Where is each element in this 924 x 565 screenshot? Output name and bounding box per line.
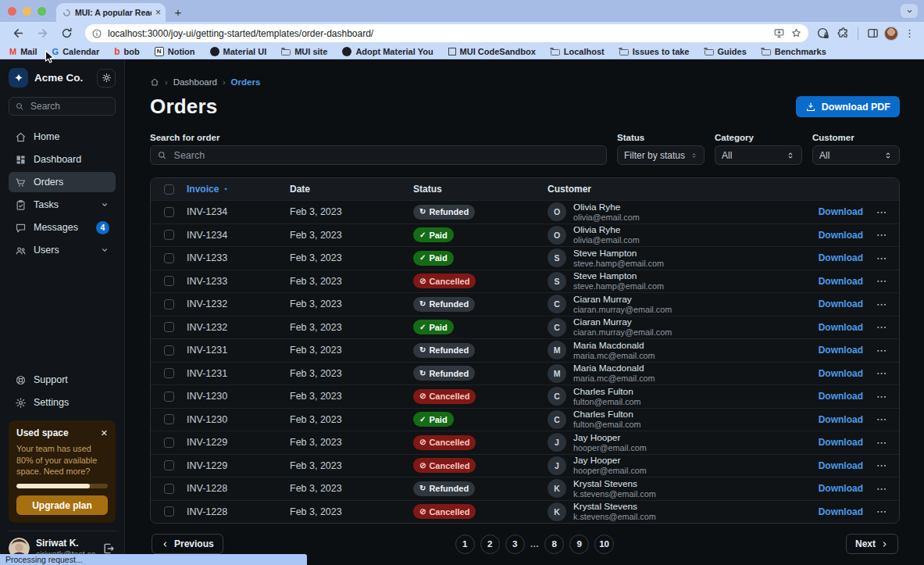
row-download-link[interactable]: Download [819,460,863,471]
row-checkbox[interactable] [164,207,174,217]
row-download-link[interactable]: Download [819,483,863,494]
row-menu-icon[interactable]: ⋯ [876,252,887,264]
row-checkbox[interactable] [164,276,174,286]
next-page-button[interactable]: Next [846,534,898,554]
row-menu-icon[interactable]: ⋯ [876,206,887,218]
row-download-link[interactable]: Download [819,391,863,402]
close-icon[interactable]: ✕ [101,429,108,438]
row-checkbox[interactable] [164,460,174,470]
row-menu-icon[interactable]: ⋯ [876,345,887,356]
filter-select[interactable]: All [715,145,802,165]
breadcrumb-dashboard[interactable]: Dashboard [173,77,217,87]
invoice-column-header[interactable]: Invoice [187,184,230,195]
sidebar-nav-item[interactable]: Home [9,127,116,147]
row-checkbox[interactable] [164,506,174,517]
reload-icon[interactable] [60,27,73,40]
bookmark-item[interactable]: Guides [705,47,747,56]
sidebar-nav-item[interactable]: Dashboard [9,149,116,170]
extensions-puzzle-icon[interactable] [837,27,850,40]
previous-page-button[interactable]: Previous [152,534,223,554]
row-checkbox[interactable] [164,230,174,240]
order-search-input[interactable] [173,149,600,162]
row-download-link[interactable]: Download [819,506,863,517]
chevron-down-icon[interactable] [100,245,109,255]
install-app-icon[interactable] [773,27,785,39]
tab-search-button[interactable] [901,4,918,18]
row-checkbox[interactable] [164,322,174,332]
browser-menu-icon[interactable]: ⋮ [901,27,918,39]
bookmark-item[interactable]: Localhost [551,47,605,56]
row-menu-icon[interactable]: ⋯ [876,460,887,471]
row-menu-icon[interactable]: ⋯ [876,275,887,287]
bookmark-star-icon[interactable] [790,27,802,39]
filter-select[interactable]: Filter by status [617,145,705,165]
page-number-button[interactable]: 3 [505,535,525,554]
row-download-link[interactable]: Download [819,345,863,356]
page-number-button[interactable]: 8 [544,535,564,554]
row-download-link[interactable]: Download [819,276,863,287]
sidebar-nav-item[interactable]: Settings [9,392,116,413]
order-search-field[interactable] [150,145,607,165]
minimize-window-button[interactable] [23,7,31,16]
sidebar-nav-item[interactable]: Support [9,370,116,390]
row-download-link[interactable]: Download [819,206,863,217]
row-checkbox[interactable] [164,414,174,424]
row-checkbox[interactable] [164,392,174,402]
breadcrumb-orders[interactable]: Orders [231,77,261,87]
upgrade-plan-button[interactable]: Upgrade plan [16,495,108,515]
new-tab-button[interactable]: + [171,5,185,20]
sidebar-nav-item[interactable]: Users [9,240,116,260]
select-all-checkbox[interactable] [164,184,174,195]
bookmark-item[interactable]: Issues to take [619,47,690,56]
row-download-link[interactable]: Download [819,299,863,309]
bookmark-item[interactable]: Benchmarks [762,47,826,56]
sidebar-search-input[interactable] [29,100,109,113]
side-panel-icon[interactable] [866,27,879,40]
page-number-button[interactable]: … [530,535,540,554]
bookmark-item[interactable]: MUI CodeSandbox [448,47,536,56]
filter-select[interactable]: All [812,145,900,165]
page-number-button[interactable]: 1 [455,535,475,554]
bookmark-item[interactable]: Adopt Material You [342,47,433,56]
row-checkbox[interactable] [164,345,174,356]
sidebar-nav-item[interactable]: Orders [9,172,116,192]
bookmark-item[interactable]: b bob [114,47,140,56]
bookmark-item[interactable]: M Mail [9,47,37,56]
row-menu-icon[interactable]: ⋯ [876,299,887,310]
bookmark-item[interactable]: G Calendar [52,47,100,56]
row-checkbox[interactable] [164,484,174,494]
row-checkbox[interactable] [164,368,174,378]
row-download-link[interactable]: Download [819,252,863,263]
sidebar-nav-item[interactable]: Tasks [9,195,116,215]
row-menu-icon[interactable]: ⋯ [876,437,887,449]
back-icon[interactable] [12,27,25,40]
forward-icon[interactable] [36,27,49,40]
download-pdf-button[interactable]: Download PDF [796,96,900,117]
row-download-link[interactable]: Download [819,322,863,333]
row-download-link[interactable]: Download [819,230,863,241]
tab-close-icon[interactable]: × [155,8,161,17]
row-menu-icon[interactable]: ⋯ [876,483,887,495]
row-menu-icon[interactable]: ⋯ [876,229,887,241]
bookmark-item[interactable]: N Notion [155,47,195,56]
row-checkbox[interactable] [164,299,174,309]
row-download-link[interactable]: Download [819,368,863,379]
row-download-link[interactable]: Download [819,414,863,425]
logout-icon[interactable] [102,542,116,556]
row-menu-icon[interactable]: ⋯ [876,413,887,425]
bookmark-item[interactable]: Material UI [210,47,267,56]
url-bar[interactable]: localhost:3000/joy-ui/getting-started/te… [85,24,808,42]
sidebar-search[interactable] [9,97,116,116]
row-checkbox[interactable] [164,438,174,448]
sidebar-nav-item[interactable]: Messages 4 [9,217,116,238]
page-number-button[interactable]: 9 [569,535,589,554]
row-download-link[interactable]: Download [819,437,863,448]
row-menu-icon[interactable]: ⋯ [876,321,887,333]
page-number-button[interactable]: 10 [594,535,614,554]
profile-avatar[interactable] [884,27,898,41]
company-logo-icon[interactable] [9,68,28,88]
home-icon[interactable] [150,77,159,87]
row-checkbox[interactable] [164,253,174,263]
close-window-button[interactable] [8,7,16,16]
bookmark-item[interactable]: MUI site [281,47,327,56]
